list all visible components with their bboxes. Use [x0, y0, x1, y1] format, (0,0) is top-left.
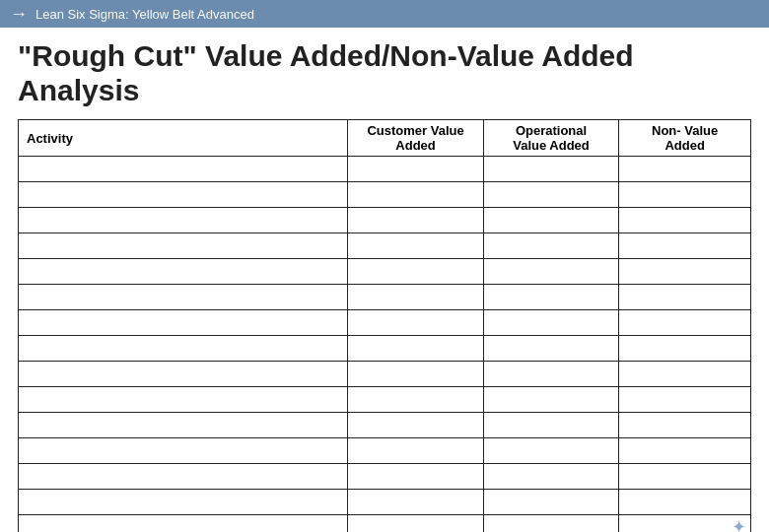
operational-cell	[483, 336, 618, 362]
operational-cell	[483, 413, 618, 438]
main-content: "Rough Cut" Value Added/Non-Value Added …	[0, 28, 769, 532]
col-header-operational: OperationalValue Added	[483, 120, 618, 157]
operational-cell	[483, 285, 618, 310]
customer-cell	[348, 362, 483, 387]
operational-cell	[483, 233, 618, 259]
activity-cell	[19, 438, 348, 464]
activity-cell	[19, 413, 348, 438]
customer-cell	[348, 208, 483, 233]
customer-cell	[348, 233, 483, 259]
nonvalue-cell	[619, 464, 751, 490]
customer-cell	[348, 336, 483, 362]
activity-cell	[19, 515, 348, 533]
table-row	[19, 208, 751, 233]
table-row	[19, 362, 751, 387]
nonvalue-cell	[619, 285, 751, 310]
activity-cell	[19, 157, 348, 182]
operational-cell	[483, 157, 618, 182]
table-row	[19, 387, 751, 413]
customer-cell	[348, 387, 483, 413]
header-arrow: →	[10, 4, 28, 25]
operational-cell	[483, 310, 618, 336]
operational-cell	[483, 464, 618, 490]
nonvalue-cell: ✦	[619, 515, 751, 533]
analysis-table: Activity Customer ValueAdded Operational…	[18, 119, 751, 532]
activity-cell	[19, 182, 348, 208]
nonvalue-cell	[619, 438, 751, 464]
activity-cell	[19, 259, 348, 285]
customer-cell	[348, 259, 483, 285]
customer-cell	[348, 438, 483, 464]
col-header-activity: Activity	[19, 120, 348, 157]
header-bar: → Lean Six Sigma: Yellow Belt Advanced	[0, 0, 769, 28]
operational-cell	[483, 515, 618, 533]
operational-cell	[483, 490, 618, 515]
col-header-customer: Customer ValueAdded	[348, 120, 483, 157]
customer-cell	[348, 285, 483, 310]
nonvalue-cell	[619, 208, 751, 233]
activity-cell	[19, 362, 348, 387]
customer-cell	[348, 310, 483, 336]
table-row	[19, 233, 751, 259]
table-row	[19, 182, 751, 208]
table-row	[19, 285, 751, 310]
table-row	[19, 157, 751, 182]
nonvalue-cell	[619, 387, 751, 413]
customer-cell	[348, 464, 483, 490]
table-row	[19, 438, 751, 464]
activity-cell	[19, 464, 348, 490]
activity-cell	[19, 336, 348, 362]
operational-cell	[483, 387, 618, 413]
nonvalue-cell	[619, 157, 751, 182]
operational-cell	[483, 438, 618, 464]
customer-cell	[348, 515, 483, 533]
operational-cell	[483, 362, 618, 387]
customer-cell	[348, 182, 483, 208]
nonvalue-cell	[619, 413, 751, 438]
nonvalue-cell	[619, 362, 751, 387]
table-row	[19, 490, 751, 515]
table-row	[19, 310, 751, 336]
customer-cell	[348, 413, 483, 438]
activity-cell	[19, 310, 348, 336]
operational-cell	[483, 259, 618, 285]
operational-cell	[483, 208, 618, 233]
col-header-nonvalue: Non- ValueAdded	[619, 120, 751, 157]
nonvalue-cell	[619, 182, 751, 208]
table-row: ✦	[19, 515, 751, 533]
activity-cell	[19, 233, 348, 259]
nonvalue-cell	[619, 336, 751, 362]
header-title: Lean Six Sigma: Yellow Belt Advanced	[35, 7, 254, 22]
activity-cell	[19, 387, 348, 413]
table-row	[19, 413, 751, 438]
activity-cell	[19, 285, 348, 310]
table-row	[19, 336, 751, 362]
corner-star-icon: ✦	[732, 516, 746, 532]
customer-cell	[348, 157, 483, 182]
activity-cell	[19, 208, 348, 233]
customer-cell	[348, 490, 483, 515]
nonvalue-cell	[619, 490, 751, 515]
nonvalue-cell	[619, 259, 751, 285]
activity-cell	[19, 490, 348, 515]
table-row	[19, 464, 751, 490]
table-row	[19, 259, 751, 285]
nonvalue-cell	[619, 310, 751, 336]
operational-cell	[483, 182, 618, 208]
page-title: "Rough Cut" Value Added/Non-Value Added …	[18, 39, 751, 107]
nonvalue-cell	[619, 233, 751, 259]
